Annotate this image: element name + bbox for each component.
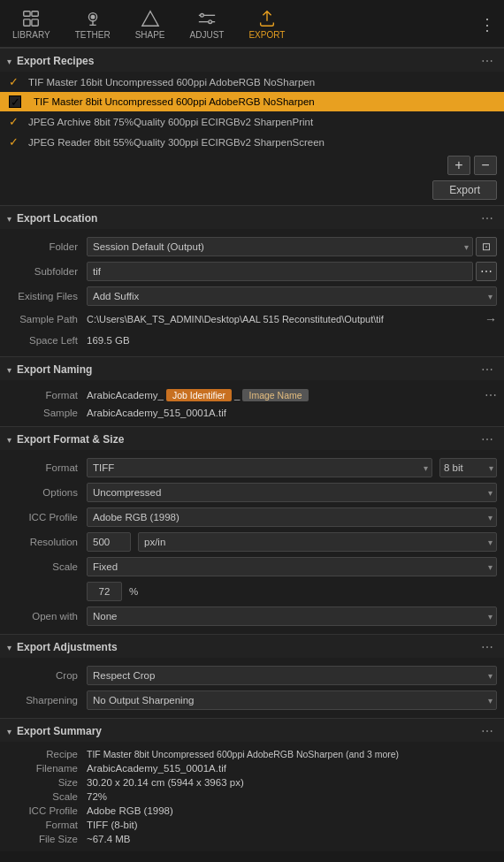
crop-label: Crop xyxy=(7,670,87,681)
folder-dropdown[interactable]: Session Default (Output) xyxy=(87,237,473,256)
location-menu[interactable]: ⋯ xyxy=(477,211,497,225)
subfolder-input[interactable] xyxy=(87,262,473,281)
adjustments-menu[interactable]: ⋯ xyxy=(477,640,497,654)
recipe-item-selected[interactable]: ✓ TIF Master 8bit Uncompressed 600ppi Ad… xyxy=(0,92,504,111)
naming-format-label: Format xyxy=(7,390,87,400)
recipe-item[interactable]: ✓ JPEG Archive 8bit 75%Quality 600ppi EC… xyxy=(0,111,504,132)
sharpening-label: Sharpening xyxy=(7,695,87,706)
recipe-item[interactable]: ✓ TIF Master 16bit Uncompressed 600ppi A… xyxy=(0,72,504,92)
recipe-label: JPEG Archive 8bit 75%Quality 600ppi ECIR… xyxy=(28,117,313,127)
sharpening-dropdown[interactable]: No Output Sharpening xyxy=(87,690,497,710)
crop-select[interactable]: Respect Crop xyxy=(87,666,497,685)
open-with-control: None xyxy=(87,606,497,626)
summary-format-row: Format TIFF (8-bit) xyxy=(0,818,504,832)
recipes-menu[interactable]: ⋯ xyxy=(477,54,497,68)
recipe-check-icon: ✓ xyxy=(9,95,23,108)
scale-pct-input[interactable] xyxy=(87,582,122,601)
export-format-header: ▾ Export Format & Size ⋯ xyxy=(0,426,504,450)
existing-files-select[interactable]: Add Suffix xyxy=(87,286,497,306)
recipes-chevron[interactable]: ▾ xyxy=(7,57,11,66)
summary-format-value: TIFF (8-bit) xyxy=(87,820,497,830)
format-select[interactable]: TIFF xyxy=(87,458,432,477)
nav-tether[interactable]: TETHER xyxy=(63,5,123,43)
remove-recipe-button[interactable]: − xyxy=(474,156,497,175)
format-label: Format xyxy=(7,462,87,473)
recipe-label: JPEG Reader 8bit 55%Quality 300ppi ECIRG… xyxy=(28,137,325,148)
scale-control: Fixed xyxy=(87,557,497,576)
open-with-dropdown[interactable]: None xyxy=(87,606,497,626)
folder-control: Session Default (Output) ⊡ xyxy=(87,237,497,256)
existing-files-control: Add Suffix xyxy=(87,286,497,306)
open-with-select[interactable]: None xyxy=(87,606,497,626)
svg-rect-1 xyxy=(32,11,38,17)
nav-adjust[interactable]: ADJUST xyxy=(178,5,237,43)
existing-files-label: Existing Files xyxy=(7,291,87,301)
scale-pct-control: % xyxy=(87,582,497,601)
summary-recipe-row: Recipe TIF Master 8bit Uncompressed 600p… xyxy=(0,747,504,761)
sample-path-arrow[interactable]: → xyxy=(485,312,497,326)
recipe-list: ✓ TIF Master 16bit Uncompressed 600ppi A… xyxy=(0,72,504,152)
existing-files-dropdown[interactable]: Add Suffix xyxy=(87,286,497,306)
resolution-unit-select[interactable]: px/in xyxy=(138,532,497,552)
sharpening-select[interactable]: No Output Sharpening xyxy=(87,690,497,710)
recipe-label: TIF Master 8bit Uncompressed 600ppi Adob… xyxy=(34,96,315,107)
folder-select[interactable]: Session Default (Output) xyxy=(87,237,473,256)
space-left-value: 169.5 GB xyxy=(87,335,130,346)
add-recipe-button[interactable]: + xyxy=(447,156,470,175)
summary-filename-value: ArabicAcademy_515_0001A.tif xyxy=(87,763,497,774)
naming-menu[interactable]: ⋯ xyxy=(477,362,497,377)
recipe-item[interactable]: ✓ JPEG Reader 8bit 55%Quality 300ppi ECI… xyxy=(0,132,504,152)
summary-scale-value: 72% xyxy=(87,791,497,802)
bit-select[interactable]: 8 bit xyxy=(439,458,497,477)
naming-format-dots[interactable]: ⋯ xyxy=(485,388,497,402)
export-button[interactable]: Export xyxy=(432,180,497,200)
options-dropdown[interactable]: Uncompressed xyxy=(87,483,497,502)
recipe-label: TIF Master 16bit Uncompressed 600ppi Ado… xyxy=(28,77,315,88)
nav-library[interactable]: LIBRARY xyxy=(0,5,63,43)
recipe-check-icon: ✓ xyxy=(9,115,23,128)
icc-control: Adobe RGB (1998) xyxy=(87,507,497,527)
naming-tokens: ArabicAcademy_ Job Identifier _ Image Na… xyxy=(87,389,481,401)
summary-menu[interactable]: ⋯ xyxy=(477,724,497,738)
resolution-unit-dropdown[interactable]: px/in xyxy=(138,532,497,552)
nav-more-button[interactable]: ⋮ xyxy=(470,11,504,38)
token-job-identifier[interactable]: Job Identifier xyxy=(166,389,232,401)
icc-select[interactable]: Adobe RGB (1998) xyxy=(87,507,497,527)
export-adjustments-header: ▾ Export Adjustments ⋯ xyxy=(0,634,504,658)
svg-rect-0 xyxy=(24,11,30,17)
nav-export[interactable]: EXPORT xyxy=(236,5,297,43)
token-text-2: _ xyxy=(234,390,240,400)
space-left-row: Space Left 169.5 GB xyxy=(0,330,504,351)
options-select[interactable]: Uncompressed xyxy=(87,483,497,502)
svg-point-7 xyxy=(201,14,204,18)
summary-chevron[interactable]: ▾ xyxy=(7,727,11,736)
adjustments-chevron[interactable]: ▾ xyxy=(7,643,11,652)
recipe-actions: + − xyxy=(0,152,504,179)
export-location-form: Folder Session Default (Output) ⊡ Subfol… xyxy=(0,229,504,356)
icc-dropdown[interactable]: Adobe RGB (1998) xyxy=(87,507,497,527)
options-row: Options Uncompressed xyxy=(0,480,504,505)
scale-dropdown[interactable]: Fixed xyxy=(87,557,497,576)
format-chevron[interactable]: ▾ xyxy=(7,435,11,445)
token-image-name[interactable]: Image Name xyxy=(242,389,308,401)
options-control: Uncompressed xyxy=(87,483,497,502)
location-title: Export Location xyxy=(17,212,477,225)
location-chevron[interactable]: ▾ xyxy=(7,214,11,224)
nav-shape[interactable]: SHAPE xyxy=(123,5,178,43)
subfolder-dots-button[interactable]: ⋯ xyxy=(476,262,497,281)
top-navigation: LIBRARY TETHER SHAPE ADJUST EXPORT xyxy=(0,0,504,48)
scale-select[interactable]: Fixed xyxy=(87,557,497,576)
crop-dropdown[interactable]: Respect Crop xyxy=(87,666,497,685)
folder-browse-button[interactable]: ⊡ xyxy=(476,237,497,256)
scale-row: Scale Fixed xyxy=(0,554,504,579)
export-adjustments-form: Crop Respect Crop Sharpening No Output S… xyxy=(0,658,504,718)
sharpening-row: Sharpening No Output Sharpening xyxy=(0,688,504,713)
format-dropdown[interactable]: TIFF xyxy=(87,458,432,477)
format-menu[interactable]: ⋯ xyxy=(477,432,497,446)
sample-path-control: C:\Users\BAK_TS_ADMIN\Desktop\AAL 515 Re… xyxy=(87,312,497,326)
summary-size-label: Size xyxy=(7,777,87,788)
naming-chevron[interactable]: ▾ xyxy=(7,365,11,375)
export-format-form: Format TIFF 8 bit ▾ Options Uncompressed xyxy=(0,450,504,634)
crop-control: Respect Crop xyxy=(87,666,497,685)
resolution-input[interactable] xyxy=(87,532,131,552)
